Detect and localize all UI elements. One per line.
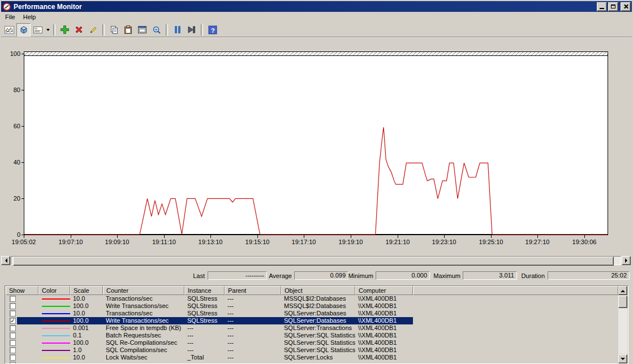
table-row[interactable]: 10.0Transactions/secSQLStress---SQLServe… (6, 310, 618, 317)
update-data-button[interactable] (184, 23, 199, 37)
cell-scale: 100.0 (70, 317, 103, 324)
table-row[interactable]: 100.0Write Transactions/secSQLStress---M… (6, 302, 618, 310)
cell-scale: 10.0 (70, 295, 103, 302)
cell-instance: --- (184, 332, 225, 339)
column-header-object[interactable]: Object (281, 286, 355, 295)
delete-counter-button[interactable] (72, 23, 86, 37)
highlight-button[interactable] (86, 23, 100, 37)
show-checkbox[interactable] (10, 340, 16, 346)
cell-object: SQLServer:SQL Statistics (281, 332, 355, 339)
freeze-display-button[interactable] (170, 23, 184, 37)
cell-parent: --- (225, 346, 281, 354)
column-header-filler (413, 286, 618, 295)
column-header-scale[interactable]: Scale (70, 286, 103, 295)
show-checkbox[interactable] (10, 325, 16, 331)
show-checkbox[interactable] (10, 354, 16, 361)
chart-icon (5, 25, 14, 34)
table-scrollbar (618, 286, 628, 363)
column-header-computer[interactable]: Computer (355, 286, 413, 295)
minimize-button[interactable] (597, 2, 607, 11)
table-row[interactable]: ✓100.0Write Transactions/secSQLStress---… (6, 317, 618, 324)
table-row[interactable]: 10.0Lock Waits/sec_Total---SQLServer:Loc… (6, 354, 618, 361)
show-checkbox[interactable] (10, 296, 16, 302)
table-row[interactable]: 100.0SQL Re-Compilations/sec------SQLSer… (6, 339, 618, 346)
paste-icon (124, 25, 132, 34)
last-label: Last (182, 272, 205, 280)
cell-object: SQLServer:SQL Statistics (281, 346, 355, 354)
table-row[interactable]: 0.1Batch Requests/sec------SQLServer:SQL… (6, 332, 618, 339)
cell-color (38, 332, 70, 339)
view-report-button[interactable] (31, 23, 45, 37)
scroll-left-button[interactable] (1, 256, 10, 265)
counter-color-swatch (42, 350, 70, 351)
cell-object: MSSQL$I2:Databases (281, 295, 355, 302)
x-axis-label: 19:17:10 (282, 238, 325, 246)
menu-file[interactable]: File (1, 12, 19, 22)
x-axis-label: 19:11:10 (143, 238, 186, 246)
cell-computer: \\XML400DB1 (355, 354, 413, 361)
cell-counter: Transactions/sec (103, 295, 184, 302)
table-row[interactable]: 10.0Transactions/secSQLStress---MSSQL$I2… (6, 295, 618, 302)
show-checkbox[interactable] (10, 347, 16, 353)
scroll-down-button[interactable] (618, 354, 627, 363)
cell-scale: 0.1 (70, 332, 103, 339)
cell-filler (413, 324, 618, 332)
column-header-instance[interactable]: Instance (184, 286, 225, 295)
cell-filler (413, 295, 618, 302)
y-axis-label: 80 (3, 86, 20, 94)
cell-counter: Transactions/sec (103, 310, 184, 317)
x-axis-label: 19:21:10 (376, 238, 419, 246)
cell-computer: \\XML400DB1 (355, 324, 413, 332)
graph-type-dropdown-arrow[interactable] (45, 24, 51, 36)
view-current-activity-button[interactable] (2, 23, 16, 37)
show-checkbox[interactable] (10, 362, 16, 363)
cell-computer: \\XML400DB1 (355, 332, 413, 339)
x-axis-label: 19:25:10 (470, 238, 513, 246)
table-row[interactable]: 0.001Free Space in tempdb (KB)------SQLS… (6, 324, 618, 332)
show-checkbox[interactable] (10, 332, 16, 339)
cell-parent: --- (225, 332, 281, 339)
right-arrow-icon (625, 258, 630, 263)
show-checkbox[interactable]: ✓ (10, 318, 16, 324)
menu-help[interactable]: Help (19, 12, 40, 22)
cell-show (6, 354, 38, 361)
cube-icon (19, 25, 29, 35)
counter-table: ShowColorScaleCounterInstanceParentObjec… (5, 285, 628, 364)
cell-parent: --- (225, 324, 281, 332)
show-checkbox[interactable] (10, 310, 16, 317)
close-icon (623, 4, 628, 9)
scrollbar-thumb[interactable] (13, 257, 614, 266)
cell-computer: \\XML400DB1 (355, 339, 413, 346)
properties-button[interactable] (135, 23, 149, 37)
table-row[interactable] (6, 361, 618, 363)
help-button[interactable]: ? (205, 23, 219, 37)
maximize-button[interactable] (608, 2, 618, 11)
cell-computer: \\XML400DB1 (355, 346, 413, 354)
close-button[interactable] (621, 2, 631, 11)
time-scrollbar (1, 256, 631, 265)
cell-instance: SQLStress (184, 317, 225, 324)
table-row[interactable]: 1.0SQL Compilations/sec------SQLServer:S… (6, 346, 618, 354)
column-header-color[interactable]: Color (38, 286, 70, 295)
show-checkbox[interactable] (10, 303, 16, 309)
counter-color-swatch (42, 357, 70, 358)
zoom-button[interactable]: + (149, 23, 163, 37)
view-log-data-button[interactable] (16, 23, 31, 37)
cell-instance: _Total (184, 354, 225, 361)
paste-counter-list-button[interactable] (121, 23, 135, 37)
copy-properties-button[interactable] (107, 23, 121, 37)
table-scrollbar-thumb[interactable] (618, 296, 627, 308)
maximum-label: Maximum (431, 272, 460, 280)
scrollbar-track[interactable] (11, 256, 621, 265)
scroll-right-button[interactable] (622, 256, 631, 265)
y-axis-tick (21, 54, 24, 54)
scroll-up-button[interactable] (618, 286, 627, 295)
add-counter-button[interactable] (58, 23, 72, 37)
up-arrow-icon (621, 288, 625, 292)
add-icon (60, 25, 70, 34)
cell-computer (355, 361, 413, 363)
column-header-show[interactable]: Show (6, 286, 38, 295)
column-header-counter[interactable]: Counter (103, 286, 184, 295)
table-scrollbar-track[interactable] (618, 296, 627, 354)
column-header-parent[interactable]: Parent (225, 286, 281, 295)
